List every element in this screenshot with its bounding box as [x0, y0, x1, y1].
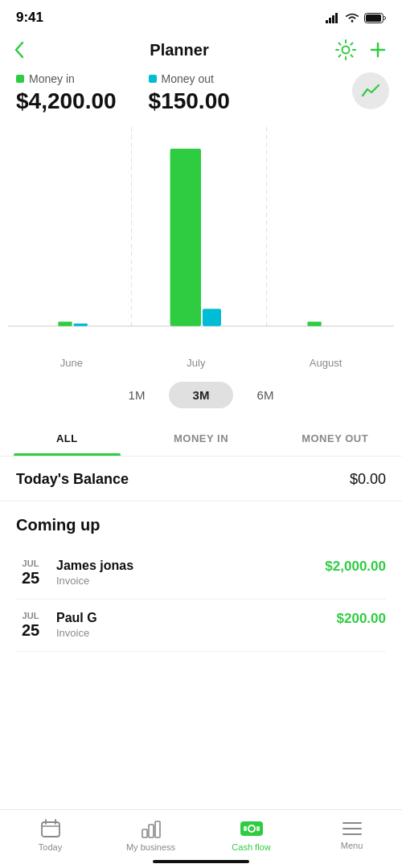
nav-today-label: Today — [39, 842, 62, 852]
svg-rect-18 — [149, 825, 154, 837]
status-bar: 9:41 — [0, 0, 402, 31]
transaction-amount: $2,000.00 — [325, 559, 386, 575]
svg-point-22 — [249, 826, 254, 831]
period-6m-button[interactable]: 6M — [233, 382, 297, 408]
nav-business-button[interactable]: My business — [123, 818, 179, 852]
chart-month-labels: June July August — [0, 352, 402, 369]
money-in-label: Money in — [29, 72, 75, 85]
svg-rect-13 — [170, 149, 201, 326]
transaction-day: 25 — [16, 568, 45, 588]
balance-label: Today's Balance — [16, 471, 129, 488]
money-out-amount: $150.00 — [149, 88, 230, 114]
period-3m-button[interactable]: 3M — [169, 382, 233, 408]
transaction-amount: $200.00 — [337, 611, 386, 627]
status-time: 9:41 — [16, 10, 43, 26]
settings-button[interactable] — [334, 39, 357, 61]
svg-point-4 — [351, 20, 354, 23]
svg-rect-17 — [142, 829, 147, 837]
home-indicator — [153, 860, 249, 863]
nav-today-button[interactable]: Today — [23, 818, 79, 852]
nav-cashflow-label: Cash flow — [232, 842, 270, 852]
svg-point-7 — [342, 47, 349, 54]
page-title: Planner — [150, 41, 208, 59]
svg-rect-0 — [326, 20, 328, 23]
period-1m-button[interactable]: 1M — [105, 382, 169, 408]
transaction-type: Invoice — [56, 575, 314, 587]
nav-menu-label: Menu — [341, 841, 363, 850]
money-legend: Money in $4,200.00 Money out $150.00 — [0, 72, 402, 122]
coming-up-title: Coming up — [16, 516, 386, 534]
transaction-date: JUL 25 — [16, 559, 45, 588]
cashflow-icon — [240, 818, 264, 839]
bar-chart-icon — [141, 818, 162, 839]
coming-up-section: Coming up JUL 25 James jonas Invoice $2,… — [0, 502, 402, 652]
balance-amount: $0.00 — [350, 471, 386, 488]
svg-rect-15 — [307, 321, 321, 326]
svg-rect-12 — [74, 323, 88, 326]
month-label-june: June — [60, 357, 83, 369]
svg-rect-3 — [335, 13, 338, 23]
transaction-month: JUL — [16, 611, 45, 620]
svg-rect-11 — [58, 321, 72, 326]
category-tabs: ALL MONEY IN MONEY OUT — [0, 421, 402, 457]
tab-all[interactable]: ALL — [0, 421, 134, 456]
nav-cashflow-button[interactable]: Cash flow — [224, 818, 280, 852]
svg-rect-24 — [256, 826, 260, 831]
chart-svg — [8, 127, 394, 352]
svg-rect-19 — [155, 821, 160, 837]
back-button[interactable] — [14, 41, 24, 59]
money-in-dot — [16, 75, 24, 83]
svg-rect-23 — [244, 826, 247, 831]
bar-chart — [0, 127, 402, 352]
chart-toggle-button[interactable] — [352, 72, 389, 109]
menu-icon — [342, 820, 363, 837]
transaction-item[interactable]: JUL 25 James jonas Invoice $2,000.00 — [16, 547, 386, 600]
transaction-date: JUL 25 — [16, 611, 45, 640]
transaction-month: JUL — [16, 559, 45, 568]
tab-money-in[interactable]: MONEY IN — [134, 421, 269, 456]
transaction-info: Paul G Invoice — [56, 611, 326, 639]
month-label-july: July — [187, 357, 205, 369]
transaction-info: James jonas Invoice — [56, 559, 314, 587]
money-in-amount: $4,200.00 — [16, 88, 117, 114]
money-out-section: Money out $150.00 — [149, 72, 230, 114]
app-header: Planner — [0, 31, 402, 72]
transaction-name: Paul G — [56, 611, 326, 625]
transaction-type: Invoice — [56, 627, 326, 639]
nav-menu-button[interactable]: Menu — [324, 820, 380, 850]
tab-money-out[interactable]: MONEY OUT — [268, 421, 402, 456]
add-button[interactable] — [368, 40, 388, 59]
signal-icon — [326, 13, 340, 23]
svg-rect-14 — [203, 309, 221, 326]
time-period-selector: 1M 3M 6M — [105, 382, 297, 408]
wifi-icon — [345, 12, 359, 23]
svg-rect-16 — [42, 822, 59, 837]
transaction-day: 25 — [16, 620, 45, 640]
transaction-name: James jonas — [56, 559, 314, 573]
money-out-dot — [149, 75, 157, 83]
calendar-icon — [40, 818, 61, 839]
svg-rect-6 — [366, 14, 381, 22]
svg-rect-2 — [332, 15, 334, 23]
transaction-item[interactable]: JUL 25 Paul G Invoice $200.00 — [16, 600, 386, 652]
money-out-label: Money out — [162, 72, 214, 85]
battery-icon — [364, 13, 386, 23]
month-label-august: August — [310, 357, 342, 369]
balance-section: Today's Balance $0.00 — [0, 457, 402, 502]
nav-business-label: My business — [126, 842, 175, 852]
status-icons — [326, 12, 386, 23]
money-in-section: Money in $4,200.00 — [16, 72, 117, 114]
svg-rect-1 — [329, 18, 331, 23]
